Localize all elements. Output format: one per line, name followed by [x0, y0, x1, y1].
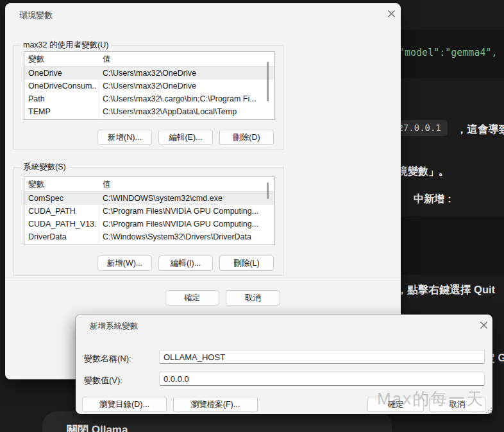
table-row[interactable]: ComSpec C:\WINDOWS\system32\cmd.exe	[24, 192, 274, 205]
cell-value: C:\Program Files\NVIDIA GPU Computing...	[103, 205, 266, 218]
variable-value-label: 變數值(V):	[84, 375, 122, 386]
cell-value: C:\Users\max32\OneDrive	[103, 67, 266, 80]
user-edit-button[interactable]: 編輯(E)...	[158, 130, 213, 145]
table-row[interactable]: OneDriveConsum... C:\Users\max32\OneDriv…	[24, 80, 274, 92]
cell-variable: Path	[28, 92, 96, 105]
variable-name-label: 變數名稱(N):	[84, 353, 131, 365]
header-variable: 變數	[28, 52, 44, 66]
system-variables-table: 變數 值 ComSpec C:\WINDOWS\system32\cmd.exe…	[24, 177, 275, 245]
system-delete-button[interactable]: 刪除(L)	[219, 255, 274, 271]
header-value: 值	[103, 177, 111, 191]
variable-name-input[interactable]	[159, 350, 485, 364]
browse-file-button[interactable]: 瀏覽檔案(F)...	[173, 397, 258, 412]
cell-value: C:\Program Files\NVIDIA GPU Computing...	[103, 218, 266, 230]
close-button[interactable]	[478, 320, 489, 332]
table-row[interactable]: CUDA_PATH C:\Program Files\NVIDIA GPU Co…	[24, 205, 274, 218]
cancel-button[interactable]: 取消	[226, 290, 280, 306]
dialog-title: 新增系統變數	[90, 321, 138, 332]
system-new-button[interactable]: 新增(W)...	[97, 255, 152, 271]
dialog-title: 環境變數	[19, 10, 53, 21]
cell-value: C:\Windows\System32\Drivers\DriverData	[103, 230, 266, 243]
table-row[interactable]: Path C:\Users\max32\.cargo\bin;C:\Progra…	[24, 92, 274, 105]
user-variables-table: 變數 值 OneDrive C:\Users\max32\OneDrive On…	[24, 51, 275, 120]
watermark: Max的每一天	[377, 388, 484, 410]
close-ollama-button[interactable]: 關閉 Ollama	[67, 422, 128, 432]
cell-variable: CUDA_PATH	[28, 205, 96, 218]
background-text: ，這會導致	[457, 123, 504, 137]
close-button[interactable]	[385, 9, 397, 21]
screen: "model":"gemma4", 127.0.0.1 ，這會導致 環境變數」。…	[0, 0, 504, 432]
cell-variable: ComSpec	[28, 192, 96, 205]
close-icon	[480, 320, 488, 332]
table-row[interactable]: TEMP C:\Users\max32\AppData\Local\Temp	[24, 105, 274, 118]
table-row[interactable]: CUDA_PATH_V13... C:\Program Files\NVIDIA…	[24, 218, 274, 230]
scrollbar-thumb[interactable]	[267, 62, 269, 101]
cell-value: C:\Users\max32\.cargo\bin;C:\Program Fi.…	[103, 92, 266, 105]
cell-variable: OneDriveConsum...	[28, 80, 96, 92]
header-value: 值	[103, 52, 111, 66]
ok-button[interactable]: 確定	[165, 290, 219, 306]
variable-value-input[interactable]	[159, 372, 485, 386]
background-bottom-card: 關閉 Ollama	[42, 411, 392, 432]
user-variables-group-label: max32 的使用者變數(U)	[20, 40, 112, 51]
footer-divider	[5, 281, 401, 281]
browse-directory-button[interactable]: 瀏覽目錄(D)...	[82, 397, 167, 412]
cell-value: C:\Users\max32\AppData\Local\Temp	[103, 105, 266, 118]
background-code-block: "model":"gemma4",	[398, 30, 504, 78]
close-icon	[387, 9, 396, 21]
user-delete-button[interactable]: 刪除(D)	[219, 130, 274, 145]
cell-value: C:\Users\max32\OneDrive	[103, 80, 266, 92]
system-variables-group-label: 系統變數(S)	[20, 162, 69, 173]
resize-grip[interactable]	[485, 405, 492, 413]
cell-value: C:\WINDOWS\system32\cmd.exe	[103, 192, 266, 205]
background-text: 中新增：	[414, 193, 455, 206]
scrollbar-thumb[interactable]	[267, 182, 269, 199]
background-text: ，點擊右鍵選擇 Quit	[397, 283, 495, 297]
header-variable: 變數	[28, 177, 44, 191]
table-header: 變數 值	[24, 177, 274, 192]
user-new-button[interactable]: 新增(N)...	[97, 130, 152, 145]
table-row[interactable]: OneDrive C:\Users\max32\OneDrive	[24, 67, 274, 80]
cell-variable: OneDrive	[28, 67, 96, 80]
code-text: "model":"gemma4",	[399, 47, 498, 58]
table-row[interactable]: DriverData C:\Windows\System32\Drivers\D…	[24, 230, 274, 243]
table-header: 變數 值	[24, 52, 274, 67]
cell-variable: TEMP	[28, 105, 96, 118]
cell-variable: CUDA_PATH_V13...	[28, 218, 96, 230]
background-code-block-2	[401, 216, 504, 275]
cell-variable: DriverData	[28, 230, 96, 243]
system-edit-button[interactable]: 編輯(I)...	[158, 255, 213, 271]
